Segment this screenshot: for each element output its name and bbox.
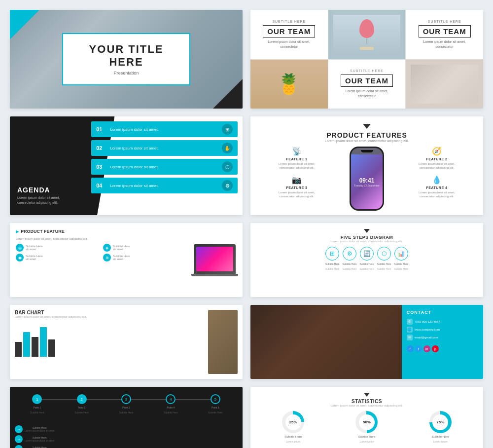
roadmap-circle-1: 1 [32,394,42,404]
product-feature-desc: Lorem ipsum dolor sit amet, consectetur … [16,237,188,241]
slide-roadmap: 1 Point 1 Subtitle Here 2 Point 2 Subtit… [10,387,243,448]
roadmap-sublabel-3: Subtitle Here [119,411,134,414]
steps-arrow [364,229,370,233]
roadmap-arrow-sublabel-2: Lorem ipsum dolor sit amet [25,439,54,442]
phone-container: 09:41 Tuesday 12 September [337,147,396,211]
stat-1: 25% Subtitle Here Lorem ipsum [282,411,304,443]
roadmap-circle-3: 3 [121,394,131,404]
bar-chart-visual [15,322,204,357]
agenda-text-1: Lorem ipsum dolor sit amet. [110,127,222,132]
contact-phone: +001 800 123 4567 [415,320,440,323]
stat-icon-1: ◎ [16,244,24,252]
roadmap-label-4: Point 4 [167,406,175,409]
bar-fill-1 [15,342,22,357]
team-subtitle-3: SUBTITLE HERE [428,20,461,23]
stats-subtitle: Lorem ipsum dolor sit amet, consectetur … [256,404,477,407]
agenda-item-1: 01 Lorem ipsum dolor sit amet. ⊞ [91,121,238,137]
slide-product-feature-small: PRODUCT FEATURE Lorem ipsum dolor sit am… [10,223,243,297]
pinterest-icon: p [432,345,439,352]
phone-notch [361,150,373,152]
feature-1-icon: 📡 [292,147,302,156]
main-title: YOUR TITLE HERE [78,43,175,69]
roadmap-node-3: 3 Point 3 Subtitle Here [119,394,134,414]
team-desc-5: Lorem ipsum dolor sit amet,consectetur [346,89,388,99]
team-title-3: OUR TEAM [419,25,471,37]
roadmap-sublabel-1: Subtitle Here [30,411,44,414]
slide-product-features: PRODUCT FEATURES Lorem ipsum dolor sit a… [250,116,483,215]
stat-icon-3: ◉ [16,254,24,261]
social-icons: f t in p [407,345,478,352]
feature-2-label: FEATURE 2 [426,157,448,161]
team-cell-balloon [328,10,406,59]
feature-2-icon: 🧭 [432,147,442,156]
contact-phone-icon: ✆ [407,319,413,325]
bar-fill-4 [40,327,47,357]
step-4-sublabel: Subtitle Here [377,267,391,270]
bar-chart-subtitle: Lorem ipsum dolor sit amet, consectetur … [15,315,204,318]
roadmap-label-2: Point 2 [78,406,86,409]
slide-statistics: STATISTICS Lorem ipsum dolor sit amet, c… [250,387,483,448]
bar-fill-3 [32,337,38,357]
stat-label-1: Subtitle Here [284,435,302,438]
agenda-desc: Lorem ipsum dolor sit amet,consectetur a… [17,195,60,205]
step-2-label: Subtitle Here [343,262,357,265]
bar-5 [48,339,55,357]
bar-4 [40,327,47,357]
stat-sublabel-3: Lorem ipsum [433,440,448,443]
agenda-item-2: 02 Lorem ipsum dolor sit amet. ✋ [91,140,238,156]
agenda-text-3: Lorem ipsum dolor sit amet. [110,165,222,169]
step-1-sublabel: Subtitle Here [325,267,340,270]
stat-sublabel-3: sit amet [26,258,43,261]
contact-web: www.company.com [415,328,440,331]
feature-item-4: 💧 FEATURE 4 Lorem ipsum dolor sit amet,c… [400,175,473,199]
contact-email-icon: ✉ [407,335,413,340]
bar-chart-image [208,310,238,374]
donut-2: 50% [355,411,378,433]
roadmap-sublabel-5: Subtitle Here [208,411,222,414]
contact-title: CONTACT [407,310,478,315]
steps-title: FIVE STEPS DIAGRAM [256,235,477,240]
roadmap-node-5: 5 Point 5 Subtitle Here [208,394,222,414]
step-3-label: Subtitle Here [360,262,374,265]
donut-3: 75% [429,411,452,433]
step-2-sublabel: Subtitle Here [343,267,357,270]
team-cell-notebook [406,60,483,109]
stat-icon-2: ◈ [103,244,111,252]
team-desc-3: Lorem ipsum dolor sit amet,consectetur [423,39,465,49]
slide-team-grid: SUBTITLE HERE OUR TEAM Lorem ipsum dolor… [250,10,483,109]
team-cell-1: SUBTITLE HERE OUR TEAM Lorem ipsum dolor… [250,10,328,59]
slide-five-steps: FIVE STEPS DIAGRAM Lorem ipsum dolor sit… [250,223,483,297]
phone-time: 09:41 [359,177,375,184]
stat-sublabel-1: sit amet [26,248,43,251]
bar-3 [32,337,38,357]
agenda-num-1: 01 [96,126,106,132]
stat-sublabel-2: Lorem ipsum [360,440,374,443]
roadmap-arrow-2: → Subtitle Here Lorem ipsum dolor sit am… [15,435,238,443]
step-5-label: Subtitle Here [394,262,408,265]
features-title: PRODUCT FEATURES [260,131,473,139]
agenda-item-3: 03 Lorem ipsum dolor sit amet. ⬡ [91,159,238,175]
phone-screen: 09:41 Tuesday 12 September [351,154,383,209]
slide-bar-chart: BAR CHART Lorem ipsum dolor sit amet, co… [10,305,243,379]
step-3-sublabel: Subtitle Here [360,267,374,270]
step-2-circle: ⚙ [343,247,356,261]
roadmap-circle-4: 4 [166,394,176,404]
stat-3: 75% Subtitle Here Lorem ipsum [429,411,452,443]
facebook-icon: f [407,345,414,352]
roadmap-node-4: 4 Point 4 Subtitle Here [164,394,178,414]
agenda-item-4: 04 Lorem ipsum dolor sit amet. ⚙ [91,178,238,193]
team-cell-3: SUBTITLE HERE OUR TEAM Lorem ipsum dolor… [406,10,483,59]
bar-fill-5 [48,339,55,357]
agenda-icon-4: ⚙ [222,180,233,191]
step-1-label: Subtitle Here [325,262,340,265]
agenda-icon-2: ✋ [222,143,233,153]
feature-1-desc: Lorem ipsum dolor sit amet,consectetur a… [279,162,315,170]
contact-item-3: ✉ email@gmail.com [407,335,478,340]
phone-date: Tuesday 12 September [354,184,380,187]
roadmap-arrow-sublabel-1: Lorem ipsum dolor sit amet [25,429,54,432]
contact-image [250,305,402,379]
stats-title: STATISTICS [256,399,477,404]
slide-title: YOUR TITLE HERE Presentation [10,10,243,109]
step-2: ⚙ Subtitle Here Subtitle Here [343,247,357,270]
instagram-icon: in [423,345,430,352]
